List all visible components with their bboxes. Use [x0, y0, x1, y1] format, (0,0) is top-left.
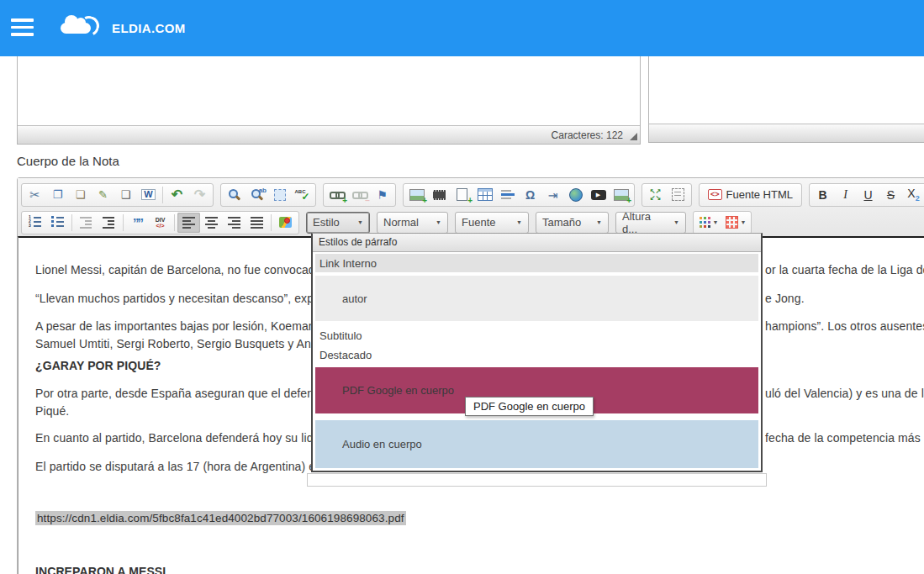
strikethrough-button[interactable]: S [879, 185, 902, 205]
film-icon [433, 190, 446, 200]
replace-button[interactable]: ab [246, 185, 268, 205]
insert-youtube-button[interactable]: ▶ [587, 185, 610, 205]
italic-button[interactable]: I [834, 185, 857, 205]
html-source-button[interactable]: <> Fuente HTML [701, 185, 800, 205]
insert-image-button[interactable]: + [405, 185, 428, 205]
italic-icon: I [843, 188, 847, 202]
indent-icon [103, 216, 115, 229]
format-combo[interactable]: Normal ▼ [377, 212, 448, 234]
text-color-button[interactable]: ▼ [695, 213, 722, 233]
div-container-icon: DIV</> [156, 217, 166, 229]
show-blocks-button[interactable] [667, 185, 689, 205]
page-break-button[interactable]: ⇥ [541, 185, 564, 205]
youtube-icon: ▶ [591, 190, 606, 200]
insert-table-button[interactable] [473, 185, 496, 205]
toolbar-row-1: ✂ ❐ ❏ ✎ ❑ W ↶ ↷ ab ABC✓ [21, 181, 924, 208]
underline-button[interactable]: U [857, 185, 879, 205]
style-item-audio[interactable]: Audio en cuerpo [315, 420, 758, 468]
article-line: or la cuarta fecha de la Liga de C [765, 263, 924, 276]
maximize-button[interactable]: ↖↗ ↙↘ [644, 185, 667, 205]
paste-text-button[interactable]: ✎ [92, 185, 114, 205]
separator [71, 214, 72, 231]
select-all-icon [274, 189, 286, 201]
style-item-link-interno[interactable]: Link Interno [315, 254, 758, 272]
map-icon [279, 217, 292, 228]
find-button[interactable] [223, 185, 246, 205]
separator [123, 214, 124, 231]
align-justify-button[interactable] [246, 213, 268, 233]
pdf-url-selected-text[interactable]: https://cdn1.eldia.com/5fbc8fa1c41ed4002… [35, 511, 406, 525]
style-item-subtitulo[interactable]: Subtitulo [315, 326, 758, 345]
indent-button[interactable] [98, 213, 120, 233]
horizontal-rule-icon [501, 189, 515, 200]
background-color-button[interactable]: ▼ [722, 213, 749, 233]
chevron-down-icon: ▼ [427, 219, 441, 225]
size-combo[interactable]: Tamaño ▼ [536, 212, 609, 234]
separator [174, 214, 175, 231]
copy-button[interactable]: ❐ [46, 185, 69, 205]
insert-link-button[interactable]: + [325, 185, 348, 205]
line-height-combo[interactable]: Altura d... ▼ [615, 212, 686, 234]
spellcheck-icon: ABC✓ [295, 188, 310, 202]
chevron-down-icon: ▼ [349, 219, 363, 225]
article-line: Samuel Umtiti, Sergi Roberto, Sergio Bus… [35, 337, 335, 350]
source-code-icon: <> [708, 189, 722, 200]
insert-map-button[interactable] [274, 213, 297, 233]
align-center-icon [205, 216, 218, 229]
page: ELDIA.COM Caracteres: 122 Cuerpo de la N… [0, 0, 924, 574]
spellcheck-button[interactable]: ABC✓ [291, 185, 314, 205]
subscript-button[interactable]: X2 [902, 185, 924, 205]
show-blocks-icon [672, 188, 684, 201]
font-combo[interactable]: Fuente ▼ [455, 212, 529, 234]
editor-toolbar: ✂ ❐ ❏ ✎ ❑ W ↶ ↷ ab ABC✓ [18, 178, 924, 236]
align-center-button[interactable] [200, 213, 223, 233]
align-justify-icon [251, 216, 263, 229]
numbered-list-button[interactable] [24, 213, 46, 233]
align-left-button[interactable] [177, 213, 200, 233]
cut-icon: ✂ [29, 188, 40, 201]
styles-combo-label: Estilo [313, 216, 340, 229]
bold-button[interactable]: B [811, 185, 834, 205]
select-all-button[interactable] [268, 185, 291, 205]
paste-special-button[interactable]: ❑ [114, 185, 137, 205]
hamburger-menu-icon[interactable] [11, 18, 34, 37]
article-line: fecha de la competencia más imp [765, 431, 924, 445]
cut-button[interactable]: ✂ [24, 185, 46, 205]
horizontal-rule-button[interactable] [496, 185, 519, 205]
insert-embed-button[interactable] [564, 185, 587, 205]
font-combo-label: Fuente [462, 216, 495, 229]
article-subheading: INCREPARON A MESSI [35, 565, 166, 574]
article-line: hampions”. Los otros ausentes s [765, 319, 924, 333]
paste-from-word-button[interactable]: W [137, 185, 160, 205]
insert-gallery-button[interactable]: + [610, 185, 632, 205]
redo-button[interactable]: ↷ [188, 185, 211, 205]
div-container-button[interactable]: DIV</> [149, 213, 172, 233]
copy-icon: ❐ [53, 189, 63, 200]
styles-combo[interactable]: Estilo ▼ [306, 212, 370, 234]
insert-group: + + Ω ⇥ ▶ + [403, 183, 635, 207]
outdent-button[interactable] [75, 213, 98, 233]
strikethrough-icon: S [887, 188, 895, 202]
undo-button[interactable]: ↶ [166, 185, 188, 205]
numbered-list-icon [28, 216, 42, 229]
paste-special-icon: ❑ [121, 189, 131, 200]
insert-media-button[interactable] [428, 185, 451, 205]
page-plus-icon [457, 188, 467, 201]
align-right-button[interactable] [223, 213, 246, 233]
maximize-icon: ↖↗ ↙↘ [650, 188, 661, 202]
style-item-destacado[interactable]: Destacado [315, 345, 758, 364]
link-group: + − ⚑ [323, 183, 396, 207]
insert-page-button[interactable]: + [451, 185, 473, 205]
blockquote-button[interactable]: ”” [126, 213, 149, 233]
resize-grip-icon[interactable] [630, 133, 637, 140]
remove-link-button[interactable]: − [348, 185, 371, 205]
character-count-bar: Caracteres: 122 [18, 125, 640, 144]
special-char-button[interactable]: Ω [519, 185, 541, 205]
find-group: ab ABC✓ [220, 183, 316, 207]
bulleted-list-button[interactable] [46, 213, 69, 233]
eldia-cloud-logo-icon [54, 11, 104, 45]
anchor-button[interactable]: ⚑ [371, 185, 393, 205]
style-item-autor[interactable]: autor [315, 276, 758, 321]
globe-icon [569, 188, 583, 202]
paste-button[interactable]: ❏ [69, 185, 92, 205]
